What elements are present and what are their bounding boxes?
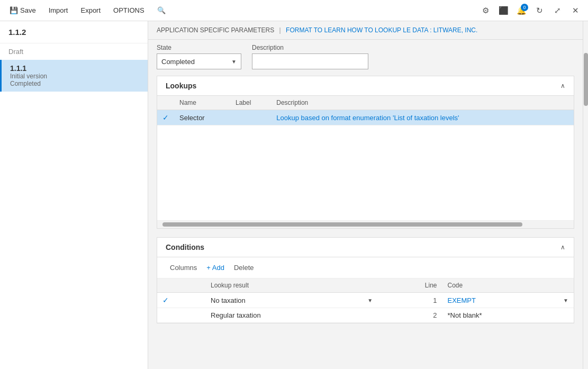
conditions-header: Conditions ∧	[157, 238, 574, 257]
cond-row1-check: ✓	[157, 293, 205, 308]
sidebar-draft-item[interactable]: Draft	[0, 43, 148, 60]
search-icon: 🔍	[157, 6, 166, 14]
code-dropdown-arrow-1[interactable]: ▼	[563, 298, 568, 303]
import-button[interactable]: Import	[43, 3, 74, 17]
main-content: Lookups ∧ Name Label Description	[148, 76, 583, 369]
breadcrumb-part2[interactable]: FORMAT TO LEARN HOW TO LOOKUP LE DATA : …	[286, 26, 477, 34]
lookup-col-name: Name	[174, 96, 230, 110]
lookup-col-description: Description	[271, 96, 574, 110]
lookup-row-name: Selector	[174, 110, 230, 125]
close-icon: ✕	[572, 6, 579, 15]
cond-col-check	[157, 278, 205, 293]
titlebar-left: 💾 Save Import Export OPTIONS 🔍	[4, 3, 171, 17]
popout-button[interactable]: ⤢	[549, 2, 566, 19]
notification-badge: 0	[521, 4, 528, 11]
settings-icon-button[interactable]: ⚙	[477, 2, 494, 19]
lookup-row[interactable]: ✓ Selector Lookup based on format enumer…	[157, 110, 574, 125]
delete-button[interactable]: Delete	[230, 262, 258, 274]
titlebar: 💾 Save Import Export OPTIONS 🔍 ⚙ ⬛ 🔔 0 ↻	[0, 0, 588, 21]
export-button[interactable]: Export	[75, 3, 106, 17]
lookup-scrollbar-thumb	[162, 222, 522, 227]
lookup-col-check	[157, 96, 174, 110]
lookups-table-wrap: Name Label Description ✓ Selector	[157, 96, 574, 221]
condition-row-1[interactable]: ✓ No taxation ▼ 1 EXEMPT	[157, 293, 574, 308]
office-icon: ⬛	[499, 6, 509, 15]
lookup-row-check: ✓	[157, 110, 174, 125]
description-input[interactable]	[252, 53, 368, 69]
lookup-scrollbar[interactable]	[157, 221, 574, 228]
condition-row-2[interactable]: Regular taxation 2 *Not blank*	[157, 308, 574, 323]
add-button[interactable]: + Add	[202, 262, 229, 274]
sidebar-item-status: Completed	[10, 80, 139, 87]
state-dropdown-arrow: ▼	[231, 59, 237, 65]
result-dropdown-arrow-1[interactable]: ▼	[367, 298, 373, 303]
cond-row1-code: EXEMPT ▼	[442, 293, 574, 308]
sidebar-item-subtitle: Initial version	[10, 73, 139, 80]
lookup-row-description: Lookup based on format enumeration 'List…	[271, 110, 574, 125]
breadcrumb-separator: |	[279, 26, 281, 34]
main-layout: 1.1.2 Draft 1.1.1 Initial version Comple…	[0, 21, 588, 369]
description-field: Description	[252, 44, 368, 69]
code-dropdown-1: EXEMPT ▼	[448, 296, 569, 304]
description-label: Description	[252, 44, 368, 51]
lookup-col-label: Label	[230, 96, 271, 110]
refresh-icon: ↻	[536, 6, 543, 15]
conditions-toolbar: Columns + Add Delete	[157, 257, 574, 278]
lookups-header: Lookups ∧	[157, 76, 574, 96]
save-button[interactable]: 💾 Save	[4, 3, 41, 17]
cond-row2-check	[157, 308, 205, 323]
breadcrumb-part1: APPLICATION SPECIFIC PARAMETERS	[157, 26, 274, 34]
lookups-panel: Lookups ∧ Name Label Description	[157, 76, 574, 229]
lookups-header-row: Name Label Description	[157, 96, 574, 110]
cond-row1-lookup-result: No taxation ▼	[205, 293, 378, 308]
conditions-title: Conditions	[166, 243, 204, 251]
cond-col-code: Code	[442, 278, 574, 293]
lookups-title: Lookups	[166, 82, 196, 90]
sidebar-version-item[interactable]: 1.1.1 Initial version Completed	[0, 60, 148, 92]
state-value: Completed	[161, 58, 231, 66]
breadcrumb: APPLICATION SPECIFIC PARAMETERS | FORMAT…	[148, 21, 583, 40]
checkmark-icon: ✓	[162, 113, 169, 122]
cond-row1-line: 1	[378, 293, 442, 308]
cond-row2-lookup-result: Regular taxation	[205, 308, 378, 323]
notification-button[interactable]: 🔔 0	[513, 2, 530, 19]
right-scrollbar-thumb	[584, 53, 588, 106]
cond-row2-line: 2	[378, 308, 442, 323]
cond-row2-code: *Not blank*	[442, 308, 574, 323]
lookups-collapse-button[interactable]: ∧	[560, 82, 565, 89]
columns-button[interactable]: Columns	[166, 262, 201, 274]
refresh-button[interactable]: ↻	[531, 2, 548, 19]
lookups-table: Name Label Description ✓ Selector	[157, 96, 574, 221]
titlebar-right: ⚙ ⬛ 🔔 0 ↻ ⤢ ✕	[477, 2, 584, 19]
lookup-row-label	[230, 110, 271, 125]
right-scrollbar[interactable]	[583, 21, 588, 369]
state-label: State	[157, 44, 241, 51]
state-select[interactable]: Completed ▼	[157, 53, 241, 69]
save-icon: 💾	[10, 6, 18, 14]
conditions-header-row: Lookup result Line Code	[157, 278, 574, 293]
options-button[interactable]: OPTIONS	[108, 3, 150, 17]
sidebar: 1.1.2 Draft 1.1.1 Initial version Comple…	[0, 21, 148, 369]
conditions-table: Lookup result Line Code ✓ No taxation ▼	[157, 278, 574, 323]
lookups-table-inner: Name Label Description ✓ Selector	[157, 96, 574, 221]
state-field: State Completed ▼	[157, 44, 241, 69]
office-icon-button[interactable]: ⬛	[495, 2, 512, 19]
sidebar-item-version: 1.1.1	[10, 64, 139, 73]
search-button[interactable]: 🔍	[152, 3, 171, 17]
params-bar: State Completed ▼ Description	[148, 40, 583, 76]
content-area: APPLICATION SPECIFIC PARAMETERS | FORMAT…	[148, 21, 583, 369]
popout-icon: ⤢	[554, 6, 561, 15]
cond-col-lookup-result: Lookup result	[205, 278, 378, 293]
conditions-panel: Conditions ∧ Columns + Add Delete	[157, 237, 574, 323]
sidebar-version: 1.1.2	[0, 21, 148, 43]
result-cell-1: No taxation ▼	[211, 296, 373, 304]
settings-icon: ⚙	[482, 6, 489, 15]
checkmark-icon: ✓	[162, 296, 169, 304]
cond-col-line: Line	[378, 278, 442, 293]
lookup-empty-row	[157, 125, 574, 221]
conditions-collapse-button[interactable]: ∧	[560, 244, 565, 251]
close-button[interactable]: ✕	[567, 2, 584, 19]
